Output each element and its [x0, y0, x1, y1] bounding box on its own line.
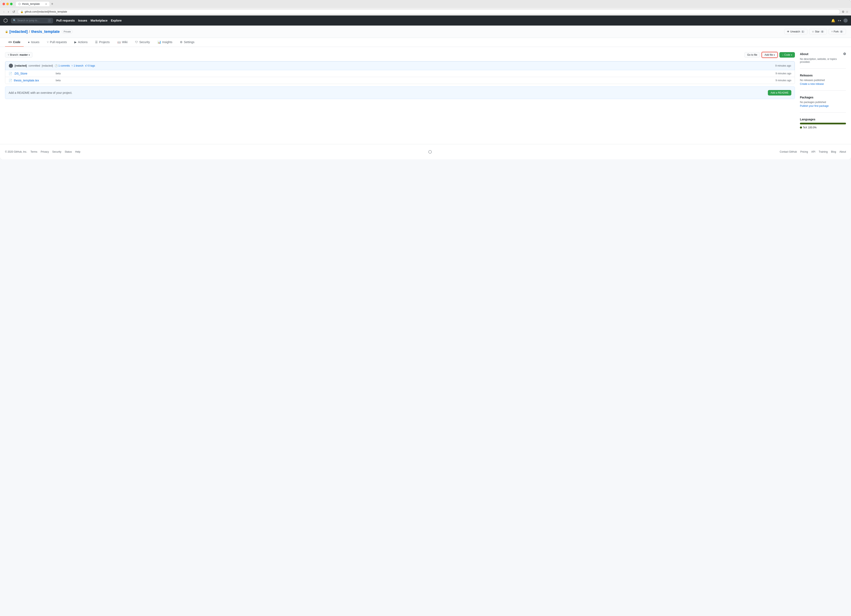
browser-toolbar: ‹ › ↺ 🔒 github.com/[redacted]/thesis_tem… — [0, 8, 851, 15]
repo-owner-link[interactable]: [redacted] — [9, 30, 28, 34]
fork-count: 0 — [839, 30, 843, 33]
nav-marketplace[interactable]: Marketplace — [91, 19, 108, 22]
pr-icon: ⑂ — [47, 41, 48, 44]
github-page: ⬡ 🔍 Search or jump to... / Pull requests… — [0, 15, 851, 159]
add-readme-button[interactable]: Add a README — [768, 90, 791, 96]
commit-avatar — [9, 64, 13, 68]
fullscreen-dot[interactable] — [10, 3, 12, 5]
tab-insights[interactable]: 📊 Insights — [154, 38, 176, 47]
tab-actions-label: Actions — [78, 41, 87, 44]
unwatch-button[interactable]: 👁 Unwatch 1 — [784, 29, 807, 35]
user-avatar[interactable] — [843, 18, 848, 23]
extensions-icon[interactable]: ⚙ — [842, 10, 845, 14]
no-packages-text: No packages published — [800, 101, 846, 104]
fork-label: Fork — [834, 30, 839, 33]
tab-settings[interactable]: ⚙ Settings — [176, 38, 198, 47]
add-file-button[interactable]: Add file ▾ — [762, 52, 778, 58]
search-bar[interactable]: 🔍 Search or jump to... / — [11, 18, 53, 23]
tab-actions[interactable]: ▶ Actions — [71, 38, 91, 47]
reload-button[interactable]: ↺ — [12, 9, 16, 14]
readme-banner: Add a README with an overview of your pr… — [5, 87, 795, 99]
header-right: 🔔 + ▾ — [831, 18, 848, 23]
repo-nav: <> Code ● Issues ⑂ Pull requests ▶ Actio… — [0, 38, 851, 47]
branches-count[interactable]: ⑂ 1 branch — [71, 64, 83, 67]
repo-actions: 👁 Unwatch 1 ☆ Star 0 ⑂ Fork 0 — [784, 29, 846, 35]
plus-icon: + — [838, 19, 839, 22]
nav-issues[interactable]: Issues — [78, 19, 87, 22]
sidebar-about-title: About ⚙ — [800, 52, 846, 56]
footer-copyright: © 2020 GitHub, Inc. — [5, 150, 27, 153]
branch-selector[interactable]: ⑂ Branch: master ▾ — [5, 52, 33, 57]
tab-projects[interactable]: ☰ Projects — [92, 38, 113, 47]
publish-package-link[interactable]: Publish your first package — [800, 105, 846, 107]
gear-icon[interactable]: ⚙ — [843, 52, 846, 56]
create-menu[interactable]: + ▾ — [838, 19, 841, 22]
nav-pull-requests[interactable]: Pull requests — [56, 19, 75, 22]
tab-pull-requests[interactable]: ⑂ Pull requests — [44, 38, 70, 47]
new-tab-button[interactable]: + — [50, 2, 55, 6]
repo-name-link[interactable]: thesis_template — [31, 30, 60, 34]
commits-label: 1 commits — [59, 64, 70, 67]
tab-issues-label: Issues — [31, 41, 39, 44]
file-table: [redacted] committed [redacted] 🕐 1 comm… — [5, 61, 795, 84]
bookmark-icon[interactable]: ☆ — [846, 10, 848, 14]
footer-blog[interactable]: Blog — [831, 150, 836, 153]
tab-favicon: ⬡ — [18, 3, 21, 6]
repo-sidebar: About ⚙ No description, website, or topi… — [800, 52, 846, 139]
minimize-dot[interactable] — [6, 3, 9, 5]
commit-info-row: [redacted] committed [redacted] 🕐 1 comm… — [5, 62, 795, 70]
wiki-icon: 📖 — [117, 41, 121, 44]
fork-button[interactable]: ⑂ Fork 0 — [828, 29, 846, 35]
footer: © 2020 GitHub, Inc. Terms Privacy Securi… — [0, 144, 851, 159]
tab-close-button[interactable]: ✕ — [45, 3, 47, 5]
commits-count[interactable]: 🕐 1 commits — [55, 64, 70, 67]
language-bar — [800, 123, 846, 125]
footer-contact[interactable]: Contact GitHub — [780, 150, 797, 153]
commit-author: [redacted] — [15, 64, 27, 67]
tag-icon: 🏷 — [85, 64, 87, 67]
tab-wiki[interactable]: 📖 Wiki — [114, 38, 131, 47]
chevron-down-icon: ▾ — [840, 20, 841, 22]
file-name-link[interactable]: .DS_Store — [14, 72, 56, 75]
tab-issues[interactable]: ● Issues — [24, 38, 43, 47]
lock-icon: 🔒 — [20, 10, 24, 13]
file-commit-msg: beta — [56, 79, 776, 82]
tab-projects-label: Projects — [99, 41, 110, 44]
go-to-file-button[interactable]: Go to file — [744, 52, 760, 57]
footer-api[interactable]: API — [811, 150, 815, 153]
commit-action: committed — [29, 64, 40, 67]
nav-explore[interactable]: Explore — [111, 19, 122, 22]
footer-training[interactable]: Training — [819, 150, 828, 153]
close-dot[interactable] — [3, 3, 5, 5]
footer-pricing[interactable]: Pricing — [800, 150, 808, 153]
branch-icon: ⑂ — [8, 53, 9, 56]
footer-about[interactable]: About — [839, 150, 846, 153]
footer-help[interactable]: Help — [75, 150, 80, 153]
languages-label: Languages — [800, 118, 815, 121]
footer-status[interactable]: Status — [65, 150, 72, 153]
star-button[interactable]: ☆ Star 0 — [809, 29, 827, 35]
tab-security[interactable]: 🛡 Security — [132, 38, 153, 47]
repo-header: 🔒 [redacted] / thesis_template Private 👁… — [0, 26, 851, 38]
footer-privacy[interactable]: Privacy — [41, 150, 49, 153]
footer-security[interactable]: Security — [53, 150, 62, 153]
footer-terms[interactable]: Terms — [30, 150, 38, 153]
add-file-label: Add file — [765, 53, 773, 56]
tags-label: 0 tags — [88, 64, 95, 67]
code-dropdown-button[interactable]: ↓ Code ▾ — [779, 52, 795, 57]
address-bar[interactable]: 🔒 github.com/[redacted]/thesis_template — [18, 9, 840, 14]
create-release-link[interactable]: Create a new release — [800, 83, 846, 86]
actions-icon: ▶ — [74, 41, 77, 44]
active-tab[interactable]: ⬡ thesis_template ✕ — [16, 2, 50, 6]
branches-label: 1 branch — [74, 64, 83, 67]
notifications-bell[interactable]: 🔔 — [831, 19, 835, 23]
back-button[interactable]: ‹ — [3, 9, 5, 14]
tab-code[interactable]: <> Code — [5, 38, 24, 47]
breadcrumb-separator: / — [29, 30, 30, 34]
file-name-link[interactable]: thesis_template.tex — [14, 79, 56, 82]
about-description: No description, website, or topics provi… — [800, 57, 846, 63]
sidebar-packages-title: Packages — [800, 96, 846, 99]
tags-count[interactable]: 🏷 0 tags — [85, 64, 95, 67]
settings-icon: ⚙ — [180, 41, 183, 44]
forward-button[interactable]: › — [7, 9, 10, 14]
